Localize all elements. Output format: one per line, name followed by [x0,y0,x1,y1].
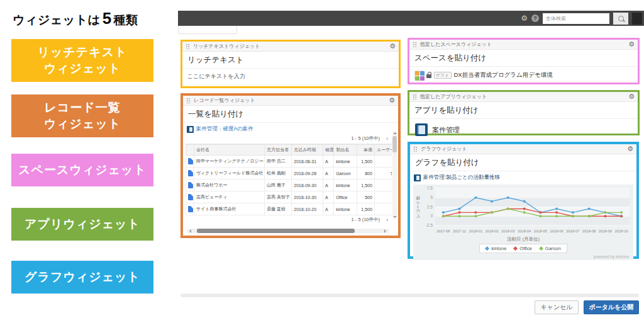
scroll-left-icon[interactable] [187,229,191,233]
widget-header[interactable]: グラフウィジェット ⚙ [410,144,636,154]
search-input[interactable] [543,13,609,24]
widget-header[interactable]: 指定したアプリウィジェット ⚙ [409,92,638,102]
space-name-link[interactable]: DX担当者育成プログラム用デモ環境 [454,71,553,79]
svg-text:7.5: 7.5 [427,186,433,190]
svg-text:レコード数: レコード数 [416,195,420,218]
chart-panel: 7.552.50-2.5レコード数2017-082017-112018-0120… [413,185,633,260]
drag-handle-icon[interactable] [413,94,417,100]
widget-header[interactable]: レコード一覧ウィジェット ⚙ [183,96,398,106]
table-row[interactable]: 株式会社ワホー山田 雅子2018-09-30Akintone1,5005075,… [186,180,392,191]
record-detail-icon[interactable] [188,170,193,176]
table-row[interactable]: 吉高ビューティ吉高 美智子2018-10-30AOffice5002010,0 [186,191,392,203]
record-detail-icon[interactable] [188,182,193,188]
pagination-label: 1 - 5 (10件中) [352,217,380,223]
column-header: ユーザー数 [374,145,392,156]
richtext-placeholder[interactable]: ここにテキストを入力 [182,69,399,84]
portal-editor: ⚙ ? リッチテキストウィジェット ⚙ リッチテキスト ここにテキストを入力 指… [178,11,644,319]
drag-handle-icon[interactable] [186,43,190,49]
drag-handle-icon[interactable] [413,42,417,47]
graph-widget: グラフウィジェット ⚙ グラフを貼り付け 案件管理:製品ごとの活動量推移 7.5… [408,142,639,259]
table-cell: ヴィクトリーフィールド株式会社 [194,168,264,180]
svg-text:5: 5 [430,195,433,200]
table-cell [186,168,194,180]
widget-gear-icon[interactable]: ⚙ [627,145,633,152]
table-cell: 2018-09-28 [292,168,323,180]
widget-header[interactable]: リッチテキストウィジェット ⚙ [182,42,399,52]
recordlist-widget: レコード一覧ウィジェット ⚙ 一覧を貼り付け 案件管理：確度Aの案件 1 - 5… [180,93,401,238]
table-row[interactable]: サイト商事株式会社斎藤 直樹2018-10-20Akintone1,500152… [186,203,392,215]
user-menu-block[interactable] [632,13,642,25]
record-detail-icon[interactable] [188,206,193,212]
widget-title: スペースを貼り付け [409,50,638,67]
scroll-right-icon[interactable] [384,229,388,233]
space-link-row[interactable]: ゲスト DX担当者育成プログラム用デモ環境 [409,67,638,84]
publish-portal-button[interactable]: ポータルを公開 [584,300,639,314]
scroll-up-icon[interactable] [393,130,397,134]
widget-gear-icon[interactable]: ⚙ [389,97,395,104]
svg-text:2018-02: 2018-02 [485,229,498,233]
widget-gear-icon[interactable]: ⚙ [389,43,396,50]
guest-badge: ゲスト [434,72,452,79]
widget-header[interactable]: 指定したスペースウィジェット ⚙ [409,40,638,50]
svg-text:2018-09: 2018-09 [599,229,612,233]
help-icon[interactable]: ? [531,14,539,22]
title-pre: ウィジェットは [13,13,101,26]
scrollbar-thumb[interactable] [197,229,355,233]
legend-label: リッチテキスト [11,44,153,60]
scroll-down-icon[interactable] [393,216,397,220]
scrollbar-thumb[interactable] [392,136,397,152]
record-table-container: 会社名先方担当者見込み時期確度製品名単価ユーザー数小計 田中マーケティングテクノ… [186,144,392,215]
legend-app-widget: アプリウィジェット [11,208,153,241]
next-page-icon[interactable]: › [386,217,388,223]
table-cell: A [323,156,333,168]
cancel-button[interactable]: キャンセル [535,300,579,314]
table-row[interactable]: ヴィクトリーフィールド株式会社松井 義昭2018-09-28AGaroon800… [186,168,392,180]
next-page-icon[interactable]: › [386,136,388,142]
column-header: 見込み時期 [292,145,323,156]
record-list-app-link[interactable]: 案件管理：確度Aの案件 [196,125,253,133]
x-axis-title: 活動日 (月単位) [414,236,633,243]
horizontal-scrollbar[interactable] [187,229,389,233]
legend-label: ウィジェット [11,60,153,77]
legend-graph-widget: グラフウィジェット [11,261,153,294]
settings-gear-icon[interactable]: ⚙ [521,14,528,22]
column-header: 会社名 [194,145,264,156]
chart-legend: kintoneOfficeGaroon [479,244,567,253]
widget-header-label: レコード一覧ウィジェット [194,97,386,104]
portal-tab[interactable] [178,26,237,34]
legend-richtext-widget: リッチテキスト ウィジェット [11,39,153,82]
widget-title: アプリを貼り付け [409,102,638,119]
widget-header-label: グラフウィジェット [421,145,624,152]
vertical-scrollbar[interactable] [392,131,397,219]
svg-text:2018-05: 2018-05 [534,229,547,233]
svg-text:2018-04: 2018-04 [518,229,531,233]
pagination-label: 1 - 5 (10件中) [352,135,380,142]
app-name-link[interactable]: 案件管理 [432,125,460,135]
search-icon [618,16,624,21]
legend-marker-icon [539,246,543,251]
table-cell: 500 [374,168,392,180]
legend-item: Garoon [540,246,561,251]
page-scrollbar[interactable] [180,294,639,297]
table-cell: 800 [357,168,374,180]
table-cell: 500 [357,191,374,203]
drag-handle-icon[interactable] [413,146,418,152]
record-detail-icon[interactable] [188,194,193,200]
widget-gear-icon[interactable]: ⚙ [628,93,635,100]
chart-source-link[interactable]: 案件管理:製品ごとの活動量推移 [423,174,500,181]
widget-gear-icon[interactable]: ⚙ [628,41,635,48]
drag-handle-icon[interactable] [186,98,191,103]
table-cell [186,191,194,203]
column-header: 製品名 [334,145,357,156]
svg-text:2.5: 2.5 [427,205,433,209]
search-button[interactable] [613,13,628,25]
record-detail-icon[interactable] [188,158,193,164]
table-cell [186,156,194,168]
table-row[interactable]: 田中マーケティングテクノロジー田中 浩二2018-08-31Akintone1,… [186,156,392,168]
table-cell: 斎藤 直樹 [265,203,292,215]
title-number: 5 [101,9,114,28]
table-cell: Office [334,191,357,203]
space-widget: 指定したスペースウィジェット ⚙ スペースを貼り付け ゲスト DX担当者育成プロ… [408,38,640,84]
table-cell: 田中マーケティングテクノロジー [194,156,264,168]
table-cell: 2018-10-30 [292,191,323,203]
